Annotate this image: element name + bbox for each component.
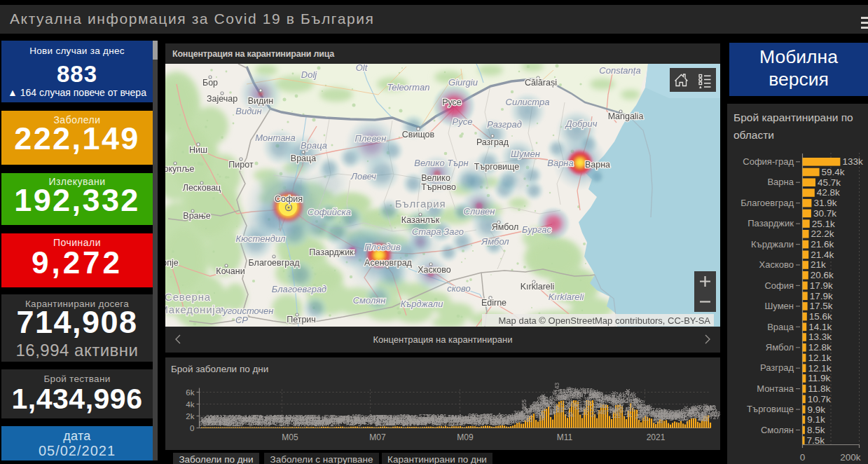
svg-text:България: България — [395, 198, 446, 210]
svg-text:Плевен: Плевен — [355, 133, 387, 144]
svg-text:Разград: Разград — [476, 137, 509, 147]
svg-text:13.3k: 13.3k — [808, 332, 832, 342]
svg-text:11.8k: 11.8k — [808, 383, 830, 394]
svg-text:20.6k: 20.6k — [811, 270, 834, 280]
svg-text:Враца: Враца — [301, 140, 327, 151]
svg-text:0: 0 — [800, 452, 806, 463]
svg-text:200k: 200k — [840, 452, 861, 463]
svg-text:17.5k: 17.5k — [810, 301, 833, 311]
svg-text:Mangalia: Mangalia — [608, 111, 644, 121]
svg-text:Разград: Разград — [487, 119, 522, 130]
svg-text:опје: опје — [165, 258, 179, 268]
svg-text:7.5k: 7.5k — [807, 435, 825, 446]
svg-text:17.9k: 17.9k — [810, 280, 833, 291]
svg-text:Лесковац: Лесковац — [183, 183, 221, 193]
svg-text:Благоевград: Благоевград — [272, 284, 327, 294]
svg-text:8.5k: 8.5k — [807, 425, 825, 435]
svg-text:Русе: Русе — [453, 116, 473, 127]
svg-text:Варна: Варна — [585, 160, 610, 170]
svg-text:Враца: Враца — [291, 153, 316, 163]
svg-text:Kırklareli: Kırklareli — [521, 282, 555, 292]
svg-text:25.1k: 25.1k — [812, 219, 835, 229]
svg-text:Видин: Видин — [235, 106, 261, 116]
svg-text:Силистра: Силистра — [506, 97, 550, 107]
svg-text:Map data © OpenStreetMap contr: Map data © OpenStreetMap contributors, C… — [499, 315, 711, 326]
svg-text:Хасково: Хасково — [418, 265, 451, 275]
svg-text:59.4k: 59.4k — [822, 167, 845, 177]
svg-text:Пловдив: Пловдив — [364, 242, 401, 252]
svg-text:Călărași: Călărași — [525, 78, 557, 88]
svg-text:Teleorman: Teleorman — [387, 82, 430, 93]
svg-text:Ловеч: Ловеч — [350, 171, 376, 182]
svg-text:Ямбол: Ямбол — [481, 236, 509, 247]
svg-text:15.6k: 15.6k — [809, 311, 832, 322]
svg-text:Врање: Врање — [183, 211, 210, 221]
svg-text:30.7k: 30.7k — [813, 208, 836, 219]
svg-text:11.9k: 11.9k — [808, 373, 830, 383]
svg-text:Шумен: Шумен — [511, 149, 540, 159]
svg-text:София-град: София-град — [743, 156, 794, 167]
svg-text:Пазарджик: Пазарджик — [748, 218, 794, 228]
svg-text:Kırklareli: Kırklareli — [549, 292, 585, 302]
svg-text:Благоевград: Благоевград — [740, 198, 794, 208]
svg-text:Варна: Варна — [767, 177, 794, 187]
svg-text:21.4k: 21.4k — [811, 250, 834, 260]
svg-text:Смолян: Смолян — [761, 425, 794, 435]
svg-text:31.9k: 31.9k — [813, 198, 836, 208]
svg-text:Пирот: Пирот — [228, 160, 254, 170]
svg-text:45.7k: 45.7k — [818, 177, 841, 188]
svg-text:Търговище: Търговище — [747, 404, 794, 414]
svg-text:Кюстендил: Кюстендил — [236, 233, 287, 244]
svg-text:Кърджали: Кърджали — [401, 299, 443, 309]
svg-text:Разград: Разград — [760, 362, 794, 373]
svg-text:Бор: Бор — [202, 78, 218, 88]
svg-text:рокупље: рокупље — [165, 164, 194, 174]
svg-text:Добрич: Добрич — [565, 118, 598, 129]
svg-text:17.9k: 17.9k — [810, 291, 833, 301]
svg-text:42.8k: 42.8k — [817, 187, 840, 198]
svg-text:Стара Заго: Стара Заго — [412, 226, 464, 237]
svg-text:Северна: Северна — [165, 291, 211, 303]
svg-text:Свищов: Свищов — [402, 130, 435, 139]
svg-text:Велико Търн: Велико Търн — [414, 158, 468, 168]
svg-text:Шумен: Шумен — [764, 301, 794, 311]
svg-text:сково: сково — [447, 283, 471, 294]
svg-text:Русе: Русе — [442, 97, 462, 107]
svg-text:Казанлък: Казанлък — [401, 215, 440, 225]
svg-text:21k: 21k — [811, 259, 826, 270]
svg-text:Giurgiu: Giurgiu — [448, 77, 478, 88]
svg-text:Благоевград: Благоевград — [249, 258, 301, 268]
svg-text:Варна: Варна — [547, 158, 574, 168]
svg-text:Кочани: Кочани — [216, 266, 244, 276]
svg-text:Видин: Видин — [248, 96, 274, 106]
svg-text:Зајечар: Зајечар — [207, 94, 237, 104]
svg-text:Монтана: Монтана — [255, 132, 296, 143]
svg-text:12.1k: 12.1k — [808, 363, 831, 374]
svg-text:Търново: Търново — [421, 182, 456, 192]
svg-text:Edirne: Edirne — [481, 298, 507, 308]
svg-text:9.1k: 9.1k — [807, 414, 825, 425]
svg-text:Асеновград: Асеновград — [364, 258, 412, 268]
svg-text:София: София — [275, 194, 303, 204]
svg-text:Петрич: Петрич — [287, 315, 316, 325]
svg-text:Смолян: Смолян — [353, 295, 386, 306]
svg-text:14.1k: 14.1k — [808, 322, 832, 332]
svg-text:Враца: Враца — [767, 322, 794, 332]
svg-text:Търговище: Търговище — [474, 162, 519, 172]
svg-text:9.9k: 9.9k — [808, 404, 826, 415]
svg-text:Велико: Велико — [421, 173, 450, 183]
svg-text:София: София — [764, 280, 794, 291]
svg-text:Софийска: Софийска — [308, 207, 351, 217]
svg-text:Dolj: Dolj — [301, 69, 318, 80]
svg-text:Ниш: Ниш — [189, 145, 207, 155]
svg-text:Olt: Olt — [356, 64, 368, 73]
svg-text:Бургас: Бургас — [522, 224, 551, 235]
svg-text:Хасково: Хасково — [759, 259, 794, 270]
svg-text:СР: СР — [235, 315, 248, 325]
svg-text:Constanța: Constanța — [599, 65, 640, 76]
svg-text:Кърджали: Кърджали — [751, 239, 794, 250]
svg-text:10.7k: 10.7k — [808, 394, 831, 404]
svg-text:22.2k: 22.2k — [811, 228, 834, 239]
svg-text:Ямбол: Ямбол — [766, 342, 794, 353]
svg-text:Сливен: Сливен — [464, 206, 495, 217]
